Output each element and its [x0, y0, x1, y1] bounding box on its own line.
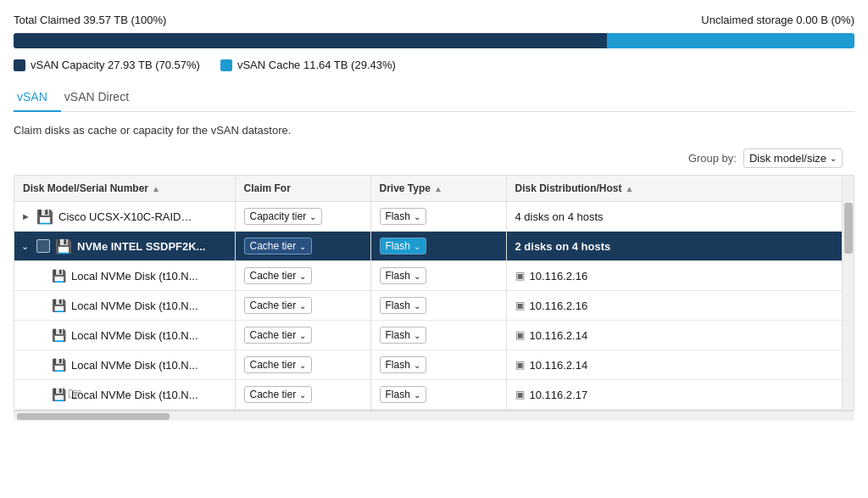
disk-group-icon: 💾	[55, 238, 72, 255]
drive-chevron-icon: ⌄	[414, 361, 420, 370]
host-icon: ▣	[515, 270, 525, 282]
host-icon: ▣	[515, 389, 525, 400]
table-row[interactable]: 💾 Local NVMe Disk (t10.N... Cache tier ⌄	[14, 321, 854, 350]
group-by-label: Group by:	[688, 152, 737, 165]
table-header-row: Disk Model/Serial Number ▲ Claim For Dri	[14, 176, 854, 202]
group-by-chevron-icon: ⌄	[830, 154, 837, 163]
drive-chevron-icon: ⌄	[414, 242, 420, 251]
disk-name: Local NVMe Disk (t10.N...	[71, 299, 198, 312]
subtitle: Claim disks as cache or capacity for the…	[14, 124, 854, 137]
claim-for-dropdown[interactable]: Cache tier ⌄	[244, 327, 313, 344]
drive-chevron-icon: ⌄	[414, 301, 420, 311]
claim-chevron-icon: ⌄	[299, 331, 306, 340]
disk-name: Cisco UCSX-X10C-RAIDF...	[58, 210, 194, 223]
claim-chevron-icon: ⌄	[299, 242, 306, 251]
tab-vsan-direct[interactable]: vSAN Direct	[61, 83, 142, 112]
claim-for-dropdown[interactable]: Capacity tier ⌄	[244, 208, 323, 225]
cache-legend-label: vSAN Cache 11.64 TB (29.43%)	[237, 59, 396, 71]
storage-progress-bar	[14, 33, 854, 48]
dist-value: 2 disks on 4 hosts	[515, 240, 611, 253]
row-checkbox[interactable]	[36, 239, 50, 253]
table-row[interactable]: ► 💾 Cisco UCSX-X10C-RAIDF... Capacity ti…	[14, 202, 854, 232]
disk-model-filter-icon[interactable]: ▲	[152, 184, 160, 193]
col-drive-type[interactable]: Drive Type ▲	[370, 176, 506, 202]
drive-chevron-icon: ⌄	[414, 271, 420, 281]
table-row[interactable]: 💾 Local NVMe Disk (t10.N... Cache tier ⌄	[14, 291, 854, 321]
drive-type-dropdown[interactable]: Flash ⌄	[380, 208, 426, 225]
disk-child-icon: 💾	[52, 328, 66, 342]
group-by-value: Disk model/size	[749, 152, 826, 165]
vsan-cache-bar	[607, 33, 854, 48]
host-icon: ▣	[515, 329, 525, 341]
claim-for-dropdown[interactable]: Cache tier ⌄	[244, 297, 313, 314]
claim-for-dropdown[interactable]: Cache tier ⌄	[244, 267, 313, 284]
capacity-legend-label: vSAN Capacity 27.93 TB (70.57%)	[31, 59, 200, 71]
cache-legend-item: vSAN Cache 11.64 TB (29.43%)	[220, 59, 396, 71]
host-icon: ▣	[515, 359, 525, 371]
claim-chevron-icon: ⌄	[299, 390, 306, 400]
hscroll-thumb[interactable]	[17, 413, 170, 420]
drive-type-filter-icon[interactable]: ▲	[434, 184, 442, 193]
drive-type-dropdown[interactable]: Flash ⌄	[380, 238, 426, 255]
unclaimed-label: Unclaimed storage 0.00 B (0%)	[701, 14, 854, 26]
host-value: 10.116.2.17	[530, 389, 588, 401]
claim-for-dropdown[interactable]: Cache tier ⌄	[244, 356, 313, 373]
table-row[interactable]: 💾 Local NVMe Disk (t10.N... Cache tier ⌄	[14, 261, 854, 291]
disk-name: Local NVMe Disk (t10.N...	[71, 270, 198, 283]
claim-chevron-icon: ⌄	[299, 361, 306, 370]
host-value: 10.116.2.16	[530, 299, 588, 312]
claim-chevron-icon: ⌄	[309, 212, 316, 221]
col-disk-model[interactable]: Disk Model/Serial Number ▲	[14, 176, 235, 202]
drive-type-dropdown[interactable]: Flash ⌄	[380, 327, 426, 344]
disk-child-icon: 💾	[52, 269, 66, 283]
host-icon: ▣	[515, 299, 525, 311]
claim-for-dropdown[interactable]: Cache tier ⌄	[244, 386, 313, 403]
host-value: 10.116.2.14	[530, 329, 588, 342]
capacity-legend-icon	[14, 59, 25, 71]
vertical-scrollbar[interactable]	[842, 176, 854, 410]
host-value: 10.116.2.16	[530, 270, 588, 283]
disk-child-icon: 💾	[52, 388, 66, 401]
disk-name: Local NVMe Disk (t10.N...	[71, 389, 198, 401]
claim-chevron-icon: ⌄	[299, 271, 306, 281]
total-claimed-label: Total Claimed 39.57 TB (100%)	[14, 14, 166, 26]
drive-chevron-icon: ⌄	[414, 390, 420, 400]
disk-name: Local NVMe Disk (t10.N...	[71, 359, 198, 372]
drive-type-dropdown[interactable]: Flash ⌄	[380, 386, 426, 403]
legend: vSAN Capacity 27.93 TB (70.57%) vSAN Cac…	[14, 59, 854, 71]
dist-value: 4 disks on 4 hosts	[515, 210, 604, 223]
horizontal-scrollbar[interactable]	[14, 411, 854, 421]
host-value: 10.116.2.14	[530, 359, 588, 372]
tab-vsan[interactable]: vSAN	[14, 83, 61, 112]
claim-for-dropdown[interactable]: Cache tier ⌄	[244, 238, 313, 255]
vsan-capacity-bar	[14, 33, 607, 48]
table-row[interactable]: ⌄ 💾 NVMe INTEL SSDPF2K... Cache tier ⌄	[14, 232, 854, 261]
col-disk-distribution[interactable]: Disk Distribution/Host ▲	[506, 176, 854, 202]
expand-arrow-icon[interactable]: ►	[21, 211, 31, 221]
cache-legend-icon	[220, 59, 232, 71]
expand-arrow-icon[interactable]: ⌄	[21, 241, 31, 252]
col-claim-for[interactable]: Claim For	[235, 176, 370, 202]
drive-chevron-icon: ⌄	[414, 331, 420, 340]
dist-filter-icon[interactable]: ▲	[626, 184, 634, 193]
disk-group-icon: 💾	[36, 209, 53, 225]
drive-chevron-icon: ⌄	[414, 212, 420, 221]
scrollbar-thumb[interactable]	[844, 203, 853, 254]
group-by-row: Group by: Disk model/size ⌄	[14, 148, 854, 168]
drive-type-dropdown[interactable]: Flash ⌄	[380, 297, 426, 314]
capacity-legend-item: vSAN Capacity 27.93 TB (70.57%)	[14, 59, 200, 71]
disk-table: Disk Model/Serial Number ▲ Claim For Dri	[14, 175, 854, 411]
drive-type-dropdown[interactable]: Flash ⌄	[380, 267, 426, 284]
disk-child-icon: 💾	[52, 358, 66, 372]
tabs: vSAN vSAN Direct	[14, 83, 854, 112]
group-by-select[interactable]: Disk model/size ⌄	[743, 148, 843, 168]
disk-name: NVMe INTEL SSDPF2K...	[77, 240, 205, 253]
claim-chevron-icon: ⌄	[299, 301, 306, 311]
table-row[interactable]: 💾 Local NVMe Disk (t10.N... Cache tier ⌄	[14, 380, 854, 410]
table-row[interactable]: 💾 Local NVMe Disk (t10.N... Cache tier ⌄	[14, 350, 854, 380]
drive-type-dropdown[interactable]: Flash ⌄	[380, 356, 426, 373]
disk-name: Local NVMe Disk (t10.N...	[71, 329, 198, 342]
disk-child-icon: 💾	[52, 299, 66, 312]
